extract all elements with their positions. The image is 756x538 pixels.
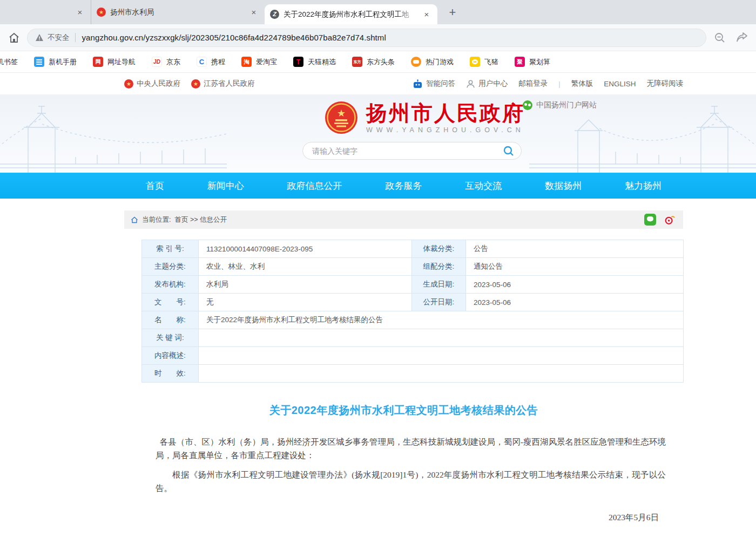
table-row: 主题分类: 农业、林业、水利 组配分类: 通知公告 [142, 258, 684, 276]
site-header-banner: ★ 扬州市人民政府 WWW.YANGZHOU.GOV.CN 中国扬州门户网站 [0, 94, 756, 173]
link-mail-login[interactable]: 邮箱登录 [518, 79, 548, 88]
security-label[interactable]: 不安全 [48, 33, 70, 43]
nav-item-data[interactable]: 数据扬州 [545, 180, 582, 192]
site-name: 扬州市人民政府 [366, 102, 525, 125]
browser-tab-bar: × ★ 扬州市水利局 × Z 关于2022年度扬州市水利工程文明工地 × + [0, 0, 756, 24]
portal-label[interactable]: 中国扬州门户网站 [523, 100, 597, 110]
home-icon[interactable] [8, 31, 21, 44]
share-wechat-icon[interactable] [644, 214, 656, 226]
table-row: 时 效: [142, 365, 684, 383]
manual-icon [34, 57, 44, 67]
meta-label: 文 号: [142, 294, 199, 311]
divider: | [558, 80, 561, 88]
share-icon[interactable] [735, 32, 748, 44]
new-tab-button[interactable]: + [445, 5, 460, 21]
link-label: 用户中心 [478, 79, 508, 88]
breadcrumb: 当前位置: 首页 >> 信息公开 [124, 210, 683, 229]
meta-value [199, 347, 684, 365]
nav-item-news[interactable]: 新闻中心 [207, 180, 244, 192]
site-url: WWW.YANGZHOU.GOV.CN [366, 126, 525, 134]
search-icon[interactable] [503, 145, 515, 157]
link-traditional[interactable]: 繁体版 [571, 79, 593, 88]
meta-label: 公开日期: [412, 294, 466, 311]
meta-value [199, 329, 684, 347]
link-label: 无障碍阅读 [647, 79, 684, 88]
meta-label: 组配分类: [412, 258, 466, 276]
link-label: ENGLISH [604, 80, 636, 88]
url-text[interactable]: yangzhou.gov.cn/yzszxxgk/slj/202305/210c… [82, 33, 386, 42]
bookmark-label: 新机手册 [49, 57, 77, 67]
site-search [302, 142, 522, 160]
nav-item-charm[interactable]: 魅力扬州 [625, 180, 662, 192]
link-english[interactable]: ENGLISH [604, 80, 636, 88]
breadcrumb-path[interactable]: 首页 >> 信息公开 [174, 215, 227, 224]
bookmark-ctrip[interactable]: C 携程 [197, 57, 225, 67]
taobao-icon: 淘 [241, 57, 252, 67]
bookmark-label: 天猫精选 [308, 57, 336, 67]
metadata-table: 索 引 号: 11321000014407098E-2023-095 体裁分类:… [141, 240, 684, 383]
bookmark-toutiao[interactable]: 东方 东方头条 [352, 57, 395, 67]
nav-site-icon: 网 [93, 57, 103, 67]
bookmark-partial[interactable]: 机书签 [0, 57, 18, 67]
nav-item-info-disclosure[interactable]: 政府信息公开 [287, 180, 342, 192]
close-icon[interactable]: × [248, 7, 259, 18]
emblem-favicon: ★ [97, 8, 106, 17]
meta-label: 内容概述: [142, 347, 199, 365]
meta-value: 公告 [466, 240, 684, 258]
link-central-gov[interactable]: ★ 中央人民政府 [124, 79, 180, 88]
bookmark-navsite[interactable]: 网 网址导航 [93, 57, 136, 67]
bookmark-juhuasuan[interactable]: 聚 聚划算 [515, 57, 550, 67]
nav-item-home[interactable]: 首页 [146, 180, 164, 192]
bookmark-label: 京东 [166, 57, 180, 67]
search-input[interactable] [312, 147, 503, 155]
address-bar: 不安全 yangzhou.gov.cn/yzszxxgk/slj/202305/… [0, 24, 756, 51]
zoom-out-icon[interactable] [714, 32, 726, 44]
link-jiangsu-gov[interactable]: ★ 江苏省人民政府 [191, 79, 255, 88]
bookmark-taobao[interactable]: 淘 爱淘宝 [241, 57, 277, 67]
close-icon[interactable]: × [421, 9, 432, 20]
link-user-center[interactable]: 用户中心 [466, 79, 508, 88]
nav-item-interaction[interactable]: 互动交流 [465, 180, 502, 192]
wechat-icon [523, 100, 532, 110]
link-accessible[interactable]: 无障碍阅读 [647, 79, 684, 88]
nav-item-services[interactable]: 政务服务 [385, 180, 422, 192]
bookmark-jd[interactable]: JD 京东 [152, 57, 180, 67]
meta-value: 2023-05-06 [466, 294, 684, 311]
link-label: 中央人民政府 [137, 79, 180, 88]
bookmark-games[interactable]: 热门游戏 [411, 57, 454, 67]
share-weibo-icon[interactable] [664, 214, 676, 226]
home-icon[interactable] [131, 216, 138, 223]
tab-active-announcement[interactable]: Z 关于2022年度扬州市水利工程文明工地 × [265, 4, 437, 24]
link-label: 邮箱登录 [518, 79, 548, 88]
meta-value: 通知公告 [466, 258, 684, 276]
meta-label: 索 引 号: [142, 240, 199, 258]
toutiao-icon: 东方 [352, 57, 362, 67]
site-utility-bar: ★ 中央人民政府 ★ 江苏省人民政府 智能问答 用户中心 [0, 73, 756, 94]
bookmark-label: 机书签 [0, 57, 18, 67]
robot-icon [413, 79, 423, 88]
jd-icon: JD [152, 57, 162, 67]
meta-label: 生成日期: [412, 276, 466, 294]
meta-value: 11321000014407098E-2023-095 [199, 240, 412, 258]
article-date: 2023年5月6日 [124, 512, 683, 523]
link-smart-qa[interactable]: 智能问答 [413, 79, 455, 88]
tab-partial[interactable]: × [0, 0, 91, 24]
tab-shuiliju[interactable]: ★ 扬州市水利局 × [91, 0, 265, 24]
divider [75, 33, 76, 42]
close-icon[interactable]: × [75, 7, 85, 18]
table-row: 内容概述: [142, 347, 684, 365]
juhuasuan-icon: 聚 [515, 57, 525, 67]
not-secure-warning-icon [35, 33, 44, 42]
main-nav: 首页 新闻中心 政府信息公开 政务服务 互动交流 数据扬州 魅力扬州 [0, 173, 756, 199]
bookmark-fliggy[interactable]: 飞猪 [470, 57, 498, 67]
table-row: 名 称: 关于2022年度扬州市水利工程文明工地考核结果的公告 [142, 311, 684, 329]
content-card: 当前位置: 首页 >> 信息公开 索 引 号: 1132100001440709… [124, 210, 683, 538]
meta-label: 名 称: [142, 311, 199, 329]
site-logo[interactable]: ★ 扬州市人民政府 WWW.YANGZHOU.GOV.CN [324, 100, 525, 135]
bookmark-label: 飞猪 [484, 57, 498, 67]
url-field[interactable]: 不安全 yangzhou.gov.cn/yzszxxgk/slj/202305/… [27, 29, 706, 47]
bookmark-manual[interactable]: 新机手册 [34, 57, 77, 67]
bookmark-tmall[interactable]: T 天猫精选 [293, 57, 336, 67]
bookmark-label: 聚划算 [529, 57, 550, 67]
bookmark-label: 东方头条 [367, 57, 395, 67]
